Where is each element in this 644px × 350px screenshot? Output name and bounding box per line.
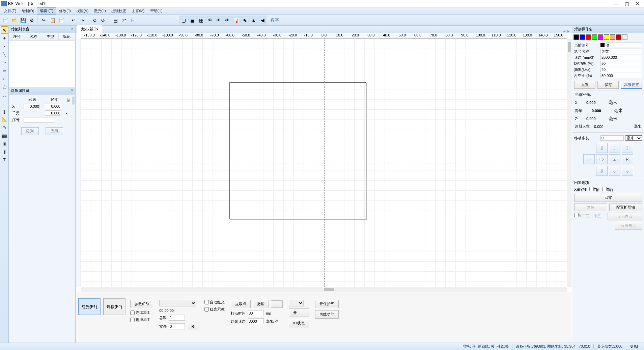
process-select[interactable] (159, 300, 196, 306)
freq-input[interactable] (600, 67, 642, 72)
camera-tool-icon[interactable]: 📷 (1, 132, 8, 139)
dot-time-input[interactable] (248, 310, 264, 316)
pen-tool-icon[interactable]: ✎ (1, 124, 8, 131)
undo-icon[interactable]: ↶ (69, 16, 78, 24)
save-params-button[interactable]: 保存 (597, 81, 619, 89)
eye-hide-icon[interactable]: 👁 (215, 16, 223, 24)
color-more-button[interactable]: ... (622, 34, 627, 40)
color-yellow[interactable] (604, 34, 609, 40)
polygon-tool-icon[interactable]: ⬠ (1, 83, 8, 90)
line-tool-icon[interactable]: ╲ (1, 51, 8, 58)
settings-icon[interactable]: ⚙ (28, 16, 36, 24)
menu-edit[interactable]: 编辑 (E) (37, 7, 56, 15)
flip-h-icon[interactable]: ▲ (250, 16, 258, 24)
da-power-input[interactable] (600, 61, 642, 66)
io-status-button[interactable]: IO状态 (289, 319, 309, 327)
seq-input[interactable] (24, 117, 54, 123)
z-axis-checkbox[interactable]: Z轴 (589, 187, 600, 192)
jog-y-down-button[interactable]: ⇩ (596, 166, 608, 176)
color-black[interactable] (573, 34, 579, 40)
red-speed-input[interactable] (248, 318, 264, 324)
paste-icon[interactable]: 📄 (57, 16, 65, 24)
copy-icon[interactable]: 📋 (49, 16, 57, 24)
chart-icon[interactable]: 📊 (232, 16, 240, 24)
flip-v-icon[interactable]: ◀ (258, 16, 267, 24)
redo-icon[interactable]: ↷ (78, 16, 86, 24)
arc-tool-icon[interactable]: ◡ (1, 91, 8, 99)
view-tool-3-icon[interactable]: ▦ (197, 16, 205, 24)
tab-next-icon[interactable]: ► (567, 29, 570, 33)
jog-r-up-button[interactable]: ⇧ (622, 143, 633, 153)
set-origin-button[interactable]: 设为原点 (608, 213, 642, 220)
select-process-checkbox[interactable]: 选择加工 (130, 317, 153, 322)
h-scrollbar[interactable] (81, 287, 567, 292)
menu-draw[interactable]: 绘制(D) (19, 8, 37, 14)
return-origin-checkbox[interactable]: 加工完回原点 (574, 213, 606, 220)
eye-show-icon[interactable]: 👁 (206, 16, 214, 24)
jog-z-down-button[interactable]: ⇩ (609, 166, 620, 176)
dimension-tool-icon[interactable]: ⊢ (1, 99, 8, 107)
apply-button[interactable]: 应用 (46, 127, 63, 135)
color-magenta[interactable] (598, 34, 603, 40)
save-icon[interactable]: 💾 (19, 16, 27, 24)
step-unit-select[interactable]: 毫米 (625, 135, 642, 141)
view-tool-1-icon[interactable]: ▢ (179, 16, 188, 24)
menu-laser[interactable]: 激光(L) (91, 8, 109, 14)
menu-help[interactable]: 帮助(H) (147, 8, 165, 14)
x-pos-input[interactable] (24, 104, 40, 109)
cursor-select-icon[interactable]: ⬉ (241, 16, 249, 24)
reset-parts-button[interactable]: R (187, 323, 198, 330)
rotate-left-icon[interactable]: ⟲ (90, 16, 99, 24)
total-input[interactable] (169, 315, 185, 321)
color-orange[interactable] (610, 34, 615, 40)
r-axis-checkbox[interactable]: R轴 (602, 187, 613, 192)
point-tool-icon[interactable]: • (1, 43, 8, 50)
object-list-close-icon[interactable]: × (71, 27, 73, 32)
close-button[interactable]: ✕ (635, 1, 640, 6)
color-green[interactable] (592, 34, 597, 40)
flip-icon[interactable]: ⇄ (120, 16, 128, 24)
x-size-input[interactable] (45, 104, 61, 109)
menu-modify[interactable]: 修改(J) (56, 8, 74, 14)
object-prop-close-icon[interactable]: × (71, 88, 73, 93)
pen-name-input[interactable] (600, 49, 642, 54)
open-file-icon[interactable]: 📂 (10, 16, 18, 24)
drawing-canvas[interactable] (81, 38, 567, 287)
jog-r-down-button[interactable]: ⇩ (622, 166, 633, 176)
col-name[interactable]: 名称 (25, 33, 42, 40)
qy-size-input[interactable] (45, 110, 61, 116)
menu-main[interactable]: 主窗(M) (129, 8, 147, 14)
step-input[interactable] (600, 135, 624, 141)
color-blue[interactable] (580, 34, 585, 40)
offline-button[interactable]: 离线功能 (315, 310, 339, 319)
duty-input[interactable] (600, 73, 642, 78)
hatch-icon[interactable]: H (129, 16, 137, 24)
params-button[interactable]: 参数(F3) (130, 300, 153, 308)
object-list-body[interactable] (9, 41, 75, 87)
v-scrollbar[interactable] (567, 38, 572, 287)
red-light-button[interactable]: 红光(F1) (78, 298, 101, 315)
set-focus-button[interactable]: 设置焦点 (615, 222, 642, 230)
measure-tool-icon[interactable]: 📐 (1, 115, 8, 123)
bracket-tool-icon[interactable]: ] (1, 107, 8, 115)
menu-file[interactable]: 文件(F) (1, 8, 19, 14)
menu-view[interactable]: 视区(V) (74, 8, 91, 14)
select-tool-icon[interactable]: ⬉ (1, 26, 8, 34)
document-tab[interactable]: 无标题1x (77, 25, 102, 33)
advanced-params-button[interactable]: 高级设置 (621, 81, 642, 89)
config-ext-axis-button[interactable]: 配置扩展轴 (609, 204, 642, 211)
rect-tool-icon[interactable]: ▭ (1, 67, 8, 74)
spiral-tool-icon[interactable]: ◉ (1, 140, 8, 147)
menu-galvo[interactable]: 振镜校正 (109, 8, 129, 14)
align-icon[interactable]: ▤ (111, 16, 119, 24)
color-darkred[interactable] (616, 34, 621, 40)
circle-tool-icon[interactable]: ○ (1, 75, 8, 82)
weld-button[interactable]: 焊接(F2) (103, 298, 125, 315)
undo-point-button[interactable]: 撤销 (253, 300, 269, 308)
cut-icon[interactable]: ✂ (40, 16, 48, 24)
col-type[interactable]: 类型 (42, 33, 59, 40)
auto-red-checkbox[interactable]: 自动红光 (204, 300, 225, 305)
open-button[interactable]: 开 (289, 308, 309, 317)
minimize-button[interactable]: — (614, 1, 618, 6)
speed-input[interactable] (600, 55, 642, 60)
